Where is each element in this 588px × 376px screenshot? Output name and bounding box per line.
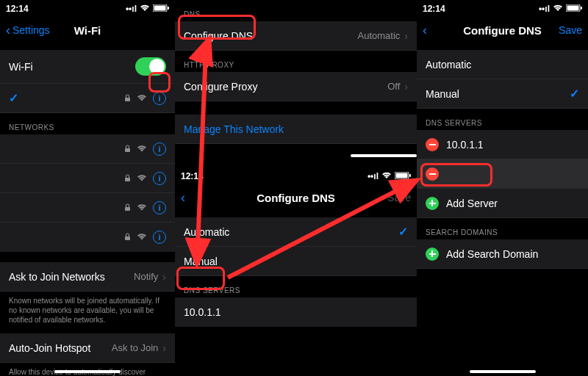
dns-server-empty-row[interactable] — [417, 159, 588, 189]
ask-to-join-label: Ask to Join Networks — [9, 271, 134, 283]
chevron-right-icon: › — [404, 81, 408, 93]
auto-hotspot-note: Allow this device to automatically disco… — [0, 363, 175, 376]
status-time: 12:14 — [6, 4, 29, 14]
svg-rect-4 — [125, 148, 130, 152]
configure-dns-row[interactable]: Configure DNS Automatic › — [175, 21, 417, 51]
add-server-row[interactable]: Add Server — [417, 189, 588, 218]
manual-option-row[interactable]: Manual — [175, 247, 417, 276]
nav-bar: ‹ Settings Wi-Fi — [0, 18, 175, 43]
info-icon[interactable]: i — [153, 172, 166, 185]
info-icon[interactable]: i — [153, 201, 166, 214]
svg-rect-5 — [125, 178, 130, 181]
back-label: Settings — [12, 24, 50, 36]
info-icon[interactable]: i — [153, 92, 166, 105]
status-bar: 12:14 ••ıl — [417, 0, 588, 18]
save-button[interactable]: Save — [559, 24, 582, 36]
save-button[interactable]: Save — [387, 192, 411, 203]
checkmark-icon: ✓ — [9, 91, 18, 105]
battery-icon — [395, 171, 411, 181]
status-bar: 12:14 ••ıl — [175, 167, 417, 185]
back-button[interactable]: ‹ Settings — [6, 24, 50, 37]
manage-network-row[interactable]: Manage This Network — [175, 115, 417, 144]
svg-rect-6 — [125, 207, 130, 211]
dns-server-row[interactable]: 10.0.1.1 — [417, 130, 588, 159]
dns-server-value: 10.0.1.1 — [446, 139, 579, 151]
home-indicator[interactable] — [54, 370, 121, 373]
add-icon[interactable] — [426, 247, 439, 261]
signal-icon: ••ıl — [126, 4, 137, 14]
wifi-icon — [140, 4, 150, 14]
ask-to-join-note: Known networks will be joined automatica… — [0, 292, 175, 333]
manage-network-label: Manage This Network — [184, 123, 284, 135]
dns-servers-header: DNS SERVERS — [175, 276, 417, 297]
svg-rect-10 — [409, 174, 411, 177]
automatic-option-row[interactable]: Automatic — [417, 50, 588, 79]
chevron-left-icon: ‹ — [181, 191, 185, 204]
dns-server-row[interactable]: 10.0.1.1 — [175, 297, 417, 327]
svg-rect-1 — [154, 6, 166, 11]
checkmark-icon: ✓ — [398, 225, 408, 239]
svg-rect-3 — [125, 98, 130, 101]
wifi-signal-icon — [137, 202, 147, 214]
network-row[interactable]: i — [0, 193, 175, 223]
auto-hotspot-value: Ask to Join — [112, 342, 159, 353]
nav-bar: ‹ Configure DNS Save — [175, 185, 417, 210]
chevron-left-icon: ‹ — [6, 24, 10, 37]
delete-icon[interactable] — [426, 138, 439, 151]
automatic-label: Automatic — [426, 59, 579, 70]
dns-server-value: 10.0.1.1 — [184, 306, 408, 318]
page-title: Configure DNS — [175, 192, 417, 204]
manual-label: Manual — [184, 256, 408, 267]
add-icon[interactable] — [426, 197, 439, 210]
add-search-domain-row[interactable]: Add Search Domain — [417, 239, 588, 269]
battery-icon — [153, 4, 169, 14]
auto-hotspot-label: Auto-Join Hotspot — [9, 342, 112, 354]
ask-to-join-value: Notify — [134, 271, 158, 282]
status-bar: 12:14 ••ıl — [0, 0, 175, 18]
automatic-option-row[interactable]: Automatic ✓ — [175, 217, 417, 247]
chevron-left-icon: ‹ — [423, 24, 427, 37]
connected-network-row[interactable]: ✓ i — [0, 84, 175, 113]
lock-icon — [124, 202, 131, 214]
wifi-signal-icon — [137, 143, 147, 155]
back-button[interactable]: ‹ — [423, 24, 427, 37]
configure-proxy-label: Configure Proxy — [184, 81, 387, 93]
configure-proxy-row[interactable]: Configure Proxy Off › — [175, 72, 417, 101]
network-row[interactable]: i — [0, 134, 175, 164]
network-row[interactable]: i — [0, 223, 175, 252]
nav-bar: ‹ Configure DNS Save — [417, 18, 588, 43]
signal-icon: ••ıl — [539, 4, 550, 14]
network-row[interactable]: i — [0, 164, 175, 193]
networks-header: NETWORKS — [0, 113, 175, 134]
back-button[interactable]: ‹ — [181, 191, 185, 204]
dns-servers-header: DNS SERVERS — [417, 109, 588, 130]
chevron-right-icon: › — [162, 342, 166, 354]
wifi-toggle[interactable] — [135, 57, 166, 76]
ask-to-join-row[interactable]: Ask to Join Networks Notify › — [0, 262, 175, 292]
wifi-signal-icon — [137, 93, 147, 104]
wifi-icon — [553, 4, 563, 14]
proxy-header: HTTP PROXY — [175, 51, 417, 72]
add-search-domain-label: Add Search Domain — [446, 248, 579, 260]
home-indicator[interactable] — [470, 370, 536, 373]
lock-icon — [124, 143, 131, 155]
manual-option-row[interactable]: Manual ✓ — [417, 79, 588, 109]
info-icon[interactable]: i — [153, 231, 166, 244]
wifi-signal-icon — [137, 231, 147, 243]
home-indicator[interactable] — [351, 154, 417, 157]
wifi-signal-icon — [137, 173, 147, 184]
svg-rect-13 — [581, 7, 582, 10]
lock-icon — [124, 173, 131, 184]
lock-icon — [124, 231, 131, 243]
svg-rect-12 — [567, 6, 579, 11]
signal-icon: ••ıl — [368, 171, 379, 181]
status-time: 12:14 — [423, 4, 445, 14]
auto-hotspot-row[interactable]: Auto-Join Hotspot Ask to Join › — [0, 333, 175, 363]
wifi-icon — [381, 171, 392, 181]
info-icon[interactable]: i — [153, 142, 166, 156]
dns-header: DNS — [175, 0, 417, 21]
delete-icon[interactable] — [426, 167, 439, 181]
wifi-toggle-row[interactable]: Wi-Fi — [0, 50, 175, 84]
configure-dns-value: Automatic — [358, 30, 401, 41]
checkmark-icon: ✓ — [570, 87, 579, 101]
